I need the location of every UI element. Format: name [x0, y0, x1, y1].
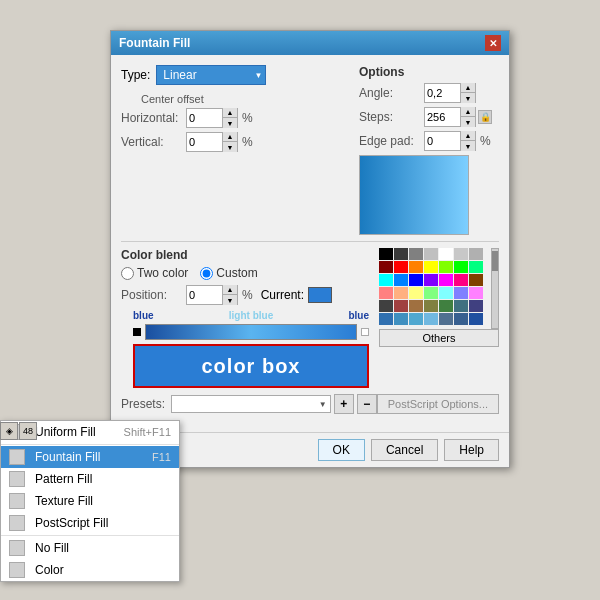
menu-item-no-fill[interactable]: No Fill [1, 537, 179, 559]
palette-cell[interactable] [424, 274, 438, 286]
palette-cell[interactable] [379, 274, 393, 286]
color-box[interactable]: color box [133, 344, 369, 388]
palette-cell[interactable] [379, 287, 393, 299]
palette-cell[interactable] [439, 313, 453, 325]
vertical-spin-up[interactable]: ▲ [223, 132, 237, 142]
type-select[interactable]: Linear Radial Conical Square [156, 65, 266, 85]
steps-spinbox: 256 ▲ ▼ [424, 107, 476, 127]
palette-cell[interactable] [439, 274, 453, 286]
vertical-spinbox: 0 ▲ ▼ [186, 132, 238, 152]
palette-scrollbar[interactable] [491, 248, 499, 329]
menu-item-fountain-fill[interactable]: Fountain FillF11 [1, 446, 179, 468]
position-spin-up[interactable]: ▲ [223, 285, 237, 295]
menu-item-color[interactable]: Color [1, 559, 179, 581]
dialog-titlebar: Fountain Fill ✕ [111, 31, 509, 55]
palette-cell[interactable] [469, 274, 483, 286]
palette-cell[interactable] [454, 274, 468, 286]
palette-cell[interactable] [469, 287, 483, 299]
two-color-radio-label[interactable]: Two color [121, 266, 188, 280]
palette-cell[interactable] [409, 287, 423, 299]
gradient-bar[interactable] [145, 324, 357, 340]
palette-cell[interactable] [394, 313, 408, 325]
steps-spin-up[interactable]: ▲ [461, 107, 475, 117]
palette-cell[interactable] [454, 248, 468, 260]
angle-spin-down[interactable]: ▼ [461, 93, 475, 103]
palette-cell[interactable] [454, 287, 468, 299]
angle-spin-up[interactable]: ▲ [461, 83, 475, 93]
presets-select[interactable] [171, 395, 331, 413]
palette-cell[interactable] [424, 313, 438, 325]
menu-item-texture-fill[interactable]: Texture Fill [1, 490, 179, 512]
palette-cell[interactable] [439, 300, 453, 312]
others-button[interactable]: Others [379, 329, 499, 347]
horizontal-unit: % [242, 111, 253, 125]
vertical-input[interactable]: 0 [187, 133, 222, 151]
palette-scroll-thumb[interactable] [492, 251, 498, 271]
palette-cell[interactable] [424, 248, 438, 260]
palette-cell[interactable] [469, 300, 483, 312]
steps-spin-down[interactable]: ▼ [461, 117, 475, 127]
palette-cell[interactable] [409, 274, 423, 286]
palette-cell[interactable] [379, 313, 393, 325]
horizontal-spin-down[interactable]: ▼ [223, 118, 237, 128]
palette-cell[interactable] [469, 313, 483, 325]
vertical-spin-down[interactable]: ▼ [223, 142, 237, 152]
two-color-radio[interactable] [121, 267, 134, 280]
cancel-button[interactable]: Cancel [371, 439, 438, 461]
palette-cell[interactable] [409, 261, 423, 273]
menu-item-text: Uniform Fill [35, 425, 118, 439]
palette-cell[interactable] [409, 300, 423, 312]
palette-cell[interactable] [454, 300, 468, 312]
palette-cell[interactable] [394, 300, 408, 312]
steps-lock-icon[interactable]: 🔒 [478, 110, 492, 124]
ok-button[interactable]: OK [318, 439, 365, 461]
palette-cell[interactable] [424, 300, 438, 312]
add-preset-button[interactable]: + [334, 394, 354, 414]
menu-item-icon [9, 493, 25, 509]
current-color-swatch[interactable] [308, 287, 332, 303]
vertical-unit: % [242, 135, 253, 149]
palette-cell[interactable] [469, 261, 483, 273]
close-button[interactable]: ✕ [485, 35, 501, 51]
custom-radio[interactable] [200, 267, 213, 280]
horizontal-input[interactable]: 0 [187, 109, 222, 127]
palette-cell[interactable] [439, 261, 453, 273]
palette-cell[interactable] [439, 248, 453, 260]
palette-cell[interactable] [379, 300, 393, 312]
palette-cell[interactable] [424, 261, 438, 273]
palette-cell[interactable] [394, 274, 408, 286]
palette-cell[interactable] [409, 313, 423, 325]
position-input[interactable]: 0 [187, 286, 222, 304]
menu-item-shortcut: Shift+F11 [124, 426, 171, 438]
horizontal-spin-up[interactable]: ▲ [223, 108, 237, 118]
menu-item-text: Color [35, 563, 171, 577]
angle-input[interactable]: 0,2 [425, 84, 460, 102]
help-button[interactable]: Help [444, 439, 499, 461]
palette-cell[interactable] [454, 313, 468, 325]
type-select-wrapper: Linear Radial Conical Square ▼ [156, 65, 266, 85]
custom-radio-label[interactable]: Custom [200, 266, 257, 280]
palette-cell[interactable] [409, 248, 423, 260]
palette-cell[interactable] [439, 287, 453, 299]
palette-cell[interactable] [394, 248, 408, 260]
palette-cell[interactable] [424, 287, 438, 299]
steps-input[interactable]: 256 [425, 108, 460, 126]
palette-cell[interactable] [454, 261, 468, 273]
palette-cell[interactable] [379, 261, 393, 273]
palette-cell[interactable] [379, 248, 393, 260]
menu-item-pattern-fill[interactable]: Pattern Fill [1, 468, 179, 490]
menu-item-postscript-fill[interactable]: PostScript Fill [1, 512, 179, 534]
palette-cell[interactable] [469, 248, 483, 260]
postscript-button[interactable]: PostScript Options... [377, 394, 499, 414]
palette-cell[interactable] [394, 287, 408, 299]
remove-preset-button[interactable]: − [357, 394, 377, 414]
tool-icon-2[interactable]: 48 [19, 422, 37, 440]
gradient-bar-row [133, 324, 369, 340]
tool-icon-1[interactable]: ◈ [0, 422, 18, 440]
palette-cell[interactable] [394, 261, 408, 273]
edge-pad-spin-down[interactable]: ▼ [461, 141, 475, 151]
edge-pad-spin-up[interactable]: ▲ [461, 131, 475, 141]
position-spin-down[interactable]: ▼ [223, 295, 237, 305]
edge-pad-input[interactable]: 0 [425, 132, 460, 150]
color-box-text: color box [201, 355, 300, 378]
